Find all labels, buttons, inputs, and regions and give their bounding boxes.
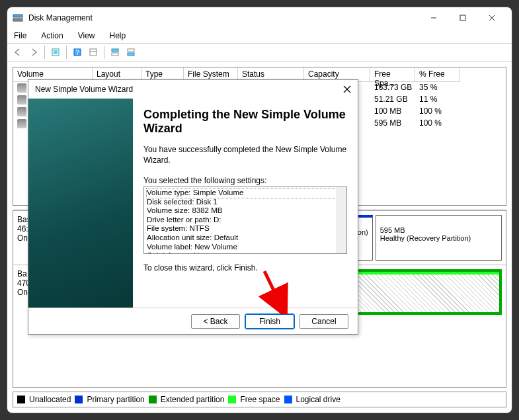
menu-file[interactable]: File [11,30,29,42]
svg-rect-3 [460,15,465,21]
wizard-close-icon[interactable] [343,85,351,93]
wizard-main: Completing the New Simple Volume Wizard … [133,99,358,308]
col-freespace[interactable]: Free Spa... [370,67,415,82]
new-simple-volume-wizard: New Simple Volume Wizard Completing the … [28,79,358,335]
minimize-button[interactable] [419,9,448,27]
legend-extended-swatch [149,396,157,403]
wizard-selected-label: You selected the following settings: [143,176,347,185]
drive-icon [17,107,26,116]
legend-free: Free space [240,395,280,404]
toolbar: ? [7,43,512,62]
refresh-icon[interactable] [48,45,63,60]
svg-rect-1 [13,19,22,21]
window-title: Disk Management [28,13,419,22]
drive-icon [17,95,26,105]
wizard-sidebar-image [28,99,133,308]
help-icon[interactable]: ? [69,45,85,60]
drive-icon [17,83,26,93]
action-icon[interactable] [85,45,101,60]
setting-line: Volume size: 8382 MB [147,206,344,216]
legend-unallocated-swatch [17,396,25,403]
legend-free-swatch [228,396,236,403]
svg-rect-7 [54,50,58,54]
wizard-list-scrollbar[interactable] [336,187,346,253]
menu-help[interactable]: Help [107,30,129,42]
setting-line: Drive letter or path: D: [147,216,344,225]
back-button[interactable]: < Back [191,314,240,329]
svg-rect-14 [128,49,134,52]
setting-line: Allocation unit size: Default [147,233,344,243]
legend-extended: Extended partition [161,395,225,404]
legend-logical: Logical drive [296,395,340,404]
menu-action[interactable]: Action [38,30,65,42]
menubar: File Action View Help [7,28,512,43]
col-pctfree[interactable]: % Free [415,67,460,82]
wizard-titlebar[interactable]: New Simple Volume Wizard [28,80,358,99]
svg-rect-13 [112,53,118,56]
list-bottom-icon[interactable] [123,45,139,60]
legend: Unallocated Primary partition Extended p… [13,392,506,407]
setting-line: File system: NTFS [147,224,344,233]
legend-primary: Primary partition [87,395,144,404]
list-top-icon[interactable] [107,45,123,60]
menu-view[interactable]: View [75,30,98,42]
drive-icon [17,119,26,128]
wizard-success-text: You have successfully completed the New … [143,145,347,165]
svg-rect-0 [13,15,22,17]
wizard-title: New Simple Volume Wizard [35,85,343,94]
legend-primary-swatch [75,396,83,403]
wizard-heading: Completing the New Simple Volume Wizard [143,108,347,136]
legend-logical-swatch [284,396,292,403]
close-button[interactable] [477,9,506,27]
setting-line: Quick format: Yes [147,251,344,254]
wizard-settings-list[interactable]: Volume type: Simple Volume Disk selected… [143,187,347,254]
svg-rect-10 [90,49,97,56]
svg-rect-12 [112,49,118,52]
finish-button[interactable]: Finish [245,314,294,329]
wizard-close-text: To close this wizard, click Finish. [143,263,347,273]
forward-icon[interactable] [26,45,42,60]
setting-line: Disk selected: Disk 1 [147,198,344,207]
legend-unallocated: Unallocated [29,395,71,404]
back-icon[interactable] [10,45,26,60]
setting-line: Volume type: Simple Volume [147,189,344,198]
cancel-button[interactable]: Cancel [299,314,348,329]
svg-rect-15 [128,53,134,56]
maximize-button[interactable] [448,9,477,27]
svg-text:?: ? [75,49,79,56]
titlebar[interactable]: Disk Management [7,7,512,28]
app-icon [13,13,23,23]
wizard-buttons: < Back Finish Cancel [28,308,358,334]
setting-line: Volume label: New Volume [147,243,344,252]
disk-0-partition-recovery[interactable]: 595 MB Healthy (Recovery Partition) [376,215,502,261]
